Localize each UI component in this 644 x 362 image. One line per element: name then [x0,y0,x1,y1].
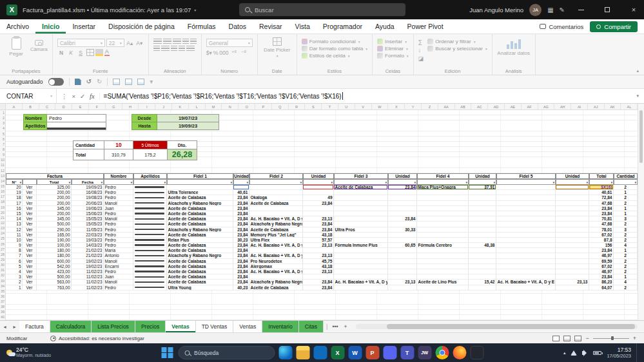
cell-fecha[interactable]: 19/08/23 [72,195,104,200]
vertical-scrollbar-thumb[interactable] [639,110,643,163]
cell-unidad4[interactable] [469,253,496,258]
column-letter[interactable]: O [239,104,255,110]
column-letter[interactable]: AA [438,104,455,110]
zoom-out-icon[interactable]: − [585,335,589,341]
cell-fidel3[interactable] [334,233,388,238]
cell-fidel4[interactable] [417,253,469,258]
cell-fecha[interactable]: 11/02/23 [72,269,104,274]
cell-total-factura[interactable]: 500,00 [37,222,72,227]
filter-cell[interactable] [417,179,469,185]
cell-unidad4[interactable] [469,285,496,291]
cell-total-factura[interactable]: 500,00 [37,274,72,280]
percent-icon[interactable]: % [213,50,219,56]
cell-cantidad[interactable]: 4 [614,243,638,248]
cell-fidel5[interactable] [496,185,556,190]
cell-cantidad[interactable]: 2 [614,259,638,264]
ver-link[interactable]: Ver [23,216,37,222]
cell-unidad4[interactable] [469,274,496,280]
wrap-text-icon[interactable] [190,39,197,44]
cell-nombre[interactable]: Pedro [104,185,133,190]
cell-unidad1[interactable]: 23,84 [233,280,249,285]
zoom-slider-handle[interactable] [611,336,614,340]
cell-unidad5[interactable] [556,185,589,190]
ver-link[interactable]: Ver [23,243,37,248]
align-left-icon[interactable] [153,46,160,52]
analyze-data-button[interactable]: Analizar datos [497,37,531,56]
filter-cell[interactable] [303,179,334,185]
row-number[interactable]: 39 [0,309,5,314]
cell-unidad5[interactable] [556,211,589,216]
cell-nombre[interactable]: Pedro [104,238,133,243]
cell-unidad2[interactable] [303,248,334,253]
cell-cantidad[interactable]: 2 [614,238,638,243]
cell-fecha[interactable]: 19/09/23 [72,185,104,190]
column-letter[interactable]: P [255,104,272,110]
column-letter[interactable]: D [55,104,72,110]
cell-fidel3[interactable] [334,195,388,200]
cell-numero[interactable]: 14 [6,216,23,222]
cell-fidel4[interactable] [417,285,469,291]
cell-unidad1[interactable]: 23,84 [233,201,249,206]
cell-numero[interactable]: 16 [6,206,23,211]
start-button[interactable] [161,346,174,359]
conditional-formatting-button[interactable]: Formato condicional▾ [302,39,367,44]
title-chevron-down-icon[interactable]: ▾ [194,8,196,12]
cell-fidel3[interactable] [334,201,388,206]
header-fidel4[interactable]: Fidel 4 [417,173,469,179]
cell-row-total[interactable]: 67,02 [589,233,614,238]
cell-fidel5[interactable] [496,285,556,291]
ver-link[interactable]: Ver [23,201,37,206]
cell-cantidad[interactable]: 2 [614,185,638,190]
column-letter[interactable]: F [89,104,106,110]
cell-unidad1[interactable]: 23,84 [233,243,249,248]
cell-fidel5[interactable] [496,259,556,264]
cell-unidad2[interactable] [303,206,334,211]
cell-unidad3[interactable] [388,285,417,291]
cell-unidad3[interactable]: 23,84 [388,216,417,222]
cell-unidad2[interactable]: 23,84 [303,222,334,227]
cell-fidel1[interactable]: Alcachofa y Rábano Negro [167,227,233,233]
cell-nombre[interactable]: Pedro [104,227,133,233]
cell-unidad1[interactable]: 30,23 [233,238,249,243]
filter-cell[interactable] [133,179,167,185]
cell-fecha[interactable]: 15/06/23 [72,211,104,216]
cell-nombre[interactable]: Manoli [104,259,133,264]
cell-unidad1[interactable]: 40,23 [233,285,249,291]
ribbon-tab-insertar[interactable]: Insertar [66,19,102,33]
page-layout-view-icon[interactable] [563,336,571,341]
ribbon-tab-power-pivot[interactable]: Power Pivot [401,19,450,33]
hasta-value[interactable]: 19/09/23 [157,122,219,130]
cell-fidel4[interactable] [417,269,469,274]
number-format-select[interactable]: General▾ [206,39,253,47]
cell-numero[interactable]: 17 [6,201,23,206]
cell-unidad5[interactable] [556,243,589,248]
cell-fidel5[interactable] [496,269,556,274]
cell-fecha[interactable]: 11/02/23 [72,274,104,280]
cell-numero[interactable]: 13 [6,222,23,227]
expand-formula-bar-icon[interactable]: ▾ [636,93,644,99]
cell-total-factura[interactable]: 542,00 [37,264,72,269]
header-fidel1[interactable]: Fidel 1 [167,173,233,179]
cell-row-total[interactable]: 46,97 [589,253,614,258]
column-letter[interactable]: G [106,104,122,110]
cell-total-factura[interactable]: 200,00 [37,211,72,216]
show-desktop-sliver[interactable] [636,343,639,362]
excel-logo-icon[interactable]: X [6,5,17,15]
cell-fidel2[interactable]: Okaloga [249,195,303,200]
more-sheets-icon[interactable]: ••• [330,321,340,332]
cell-fidel4[interactable] [417,216,469,222]
ver-link[interactable]: Ver [23,190,37,195]
ribbon-tab-datos[interactable]: Datos [222,19,253,33]
cell-fidel1[interactable]: Aceite de Calabaza [167,280,233,285]
cell-unidad1[interactable]: 23,84 [233,195,249,200]
cell-fidel1[interactable] [167,185,233,190]
row-number[interactable]: 10 [0,157,5,162]
ver-link[interactable]: Ver [23,253,37,258]
column-letter[interactable]: AK [605,104,621,110]
cell-unidad4[interactable] [469,264,496,269]
cell-fidel5[interactable] [496,206,556,211]
row-number[interactable]: 22 [0,220,5,225]
cell-total-factura[interactable]: 423,00 [37,269,72,274]
cell-fidel5[interactable] [496,201,556,206]
font-name-select[interactable]: Calibri▾ [57,39,105,47]
